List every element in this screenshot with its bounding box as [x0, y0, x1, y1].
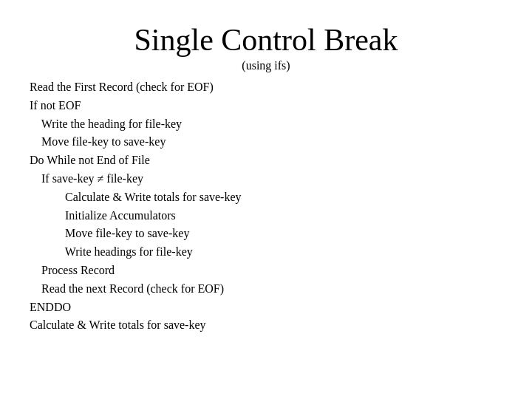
code-line: Process Record	[30, 262, 502, 280]
code-line: If not EOF	[30, 97, 502, 115]
code-line: Write headings for file-key	[30, 243, 502, 262]
pseudocode-block: Read the First Record (check for EOF)If …	[30, 78, 502, 335]
code-line: Write the heading for file-key	[30, 115, 502, 134]
code-line: Read the First Record (check for EOF)	[30, 78, 502, 97]
code-line: Move file-key to save-key	[30, 225, 502, 243]
code-line: ENDDO	[30, 299, 502, 317]
code-line: Calculate & Write totals for save-key	[30, 316, 502, 335]
code-line: Initialize Accumulators	[30, 207, 502, 225]
page-subtitle: (using ifs)	[242, 59, 290, 72]
code-line: If save-key ≠ file-key	[30, 170, 502, 188]
code-line: Move file-key to save-key	[30, 133, 502, 151]
code-line: Do While not End of File	[30, 151, 502, 170]
code-line: Read the next Record (check for EOF)	[30, 280, 502, 299]
page-title: Single Control Break	[134, 22, 398, 58]
code-line: Calculate & Write totals for save-key	[30, 188, 502, 207]
